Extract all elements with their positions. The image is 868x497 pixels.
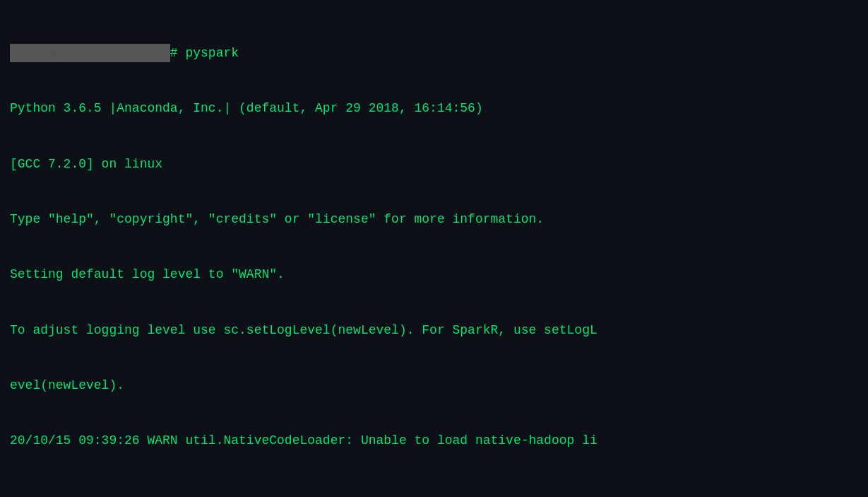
terminal-line-4: Type "help", "copyright", "credits" or "… — [10, 210, 858, 228]
terminal-line-7: evel(newLevel). — [10, 376, 858, 394]
terminal-line-8: 20/10/15 09:39:26 WARN util.NativeCodeLo… — [10, 431, 858, 450]
terminal-line-5: Setting default log level to "WARN". — [10, 265, 858, 283]
terminal-line-3: [GCC 7.2.0] on linux — [10, 155, 858, 173]
terminal-line-9: brary for your platform... using builtin… — [10, 486, 858, 490]
terminal-line-2: Python 3.6.5 |Anaconda, Inc.| (default, … — [10, 99, 858, 117]
terminal-line-1: [root@■■■■■■■■■■ ■■■]# pyspark — [10, 44, 858, 62]
terminal-window: [root@■■■■■■■■■■ ■■■]# pyspark Python 3.… — [10, 7, 858, 490]
redacted-hostname: [root@■■■■■■■■■■ ■■■] — [10, 44, 170, 62]
terminal-line-6: To adjust logging level use sc.setLogLev… — [10, 321, 858, 339]
